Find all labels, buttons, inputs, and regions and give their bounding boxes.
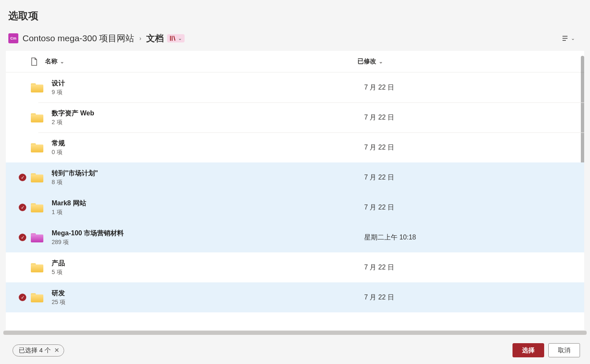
item-name-cell: 产品5 项 xyxy=(52,259,364,276)
item-name: 研发 xyxy=(52,289,364,298)
item-name: 常规 xyxy=(52,139,364,148)
chevron-right-icon: › xyxy=(139,35,141,42)
checkmark-icon: ✓ xyxy=(19,204,26,211)
selection-indicator[interactable]: ✓ xyxy=(14,174,31,181)
item-subtitle: 5 项 xyxy=(52,269,364,276)
item-modified: 7 月 22 日 xyxy=(364,173,394,182)
item-icon xyxy=(31,202,52,212)
chevron-down-icon: ⌄ xyxy=(571,35,575,41)
item-name-cell: 常规0 项 xyxy=(52,139,364,156)
chevron-down-icon: ⌄ xyxy=(60,59,64,65)
item-icon xyxy=(31,262,52,272)
item-subtitle: 9 项 xyxy=(52,89,364,96)
item-modified: 7 月 22 日 xyxy=(364,113,394,122)
file-list: 名称 ⌄ 已修改 ⌄ 设计9 项7 月 22 日数字资产 Web2 项7 月 2… xyxy=(6,51,584,330)
list-icon xyxy=(561,34,569,42)
checkmark-icon: ✓ xyxy=(19,294,26,301)
item-modified: 7 月 22 日 xyxy=(364,263,394,272)
library-picker[interactable]: ⌄ xyxy=(167,34,185,42)
item-name-cell: 数字资产 Web2 项 xyxy=(52,109,364,126)
clear-selection-button[interactable]: ✕ xyxy=(54,347,60,354)
column-header-name-label: 名称 xyxy=(45,57,58,65)
checkmark-icon: ✓ xyxy=(19,234,26,241)
site-icon: Cm xyxy=(8,33,18,43)
item-icon xyxy=(31,82,52,92)
item-name-cell: 转到"市场计划"8 项 xyxy=(52,169,364,186)
folder-icon xyxy=(31,202,43,212)
item-name: 产品 xyxy=(52,259,364,268)
list-item[interactable]: ✓转到"市场计划"8 项7 月 22 日 xyxy=(6,162,584,192)
item-name-cell: Mega-100 市场营销材料289 项 xyxy=(52,229,364,246)
select-button[interactable]: 选择 xyxy=(512,343,544,357)
cancel-button[interactable]: 取消 xyxy=(548,343,580,357)
column-header-name[interactable]: 名称 ⌄ xyxy=(45,57,358,65)
list-item[interactable]: 产品5 项7 月 22 日 xyxy=(6,252,584,282)
item-subtitle: 1 项 xyxy=(52,209,364,216)
dialog-title: 选取项 xyxy=(8,9,582,22)
dialog-footer: 已选择 4 个 ✕ 选择 取消 xyxy=(0,335,590,364)
folder-icon xyxy=(31,262,43,272)
item-name-cell: 设计9 项 xyxy=(52,79,364,96)
item-subtitle: 289 项 xyxy=(52,239,364,246)
item-name: Mega-100 市场营销材料 xyxy=(52,229,364,238)
item-name-cell: 研发25 项 xyxy=(52,289,364,306)
item-modified: 7 月 22 日 xyxy=(364,143,394,152)
scrollbar-horizontal[interactable] xyxy=(3,331,587,335)
breadcrumb-site[interactable]: Contoso mega-300 项目网站 xyxy=(22,32,134,44)
item-name: 转到"市场计划" xyxy=(52,169,364,178)
view-options-button[interactable]: ⌄ xyxy=(559,32,577,44)
item-icon xyxy=(31,232,52,242)
item-subtitle: 25 项 xyxy=(52,299,364,306)
chevron-down-icon: ⌄ xyxy=(178,35,182,41)
selection-count-label: 已选择 4 个 xyxy=(19,347,51,354)
selection-pill: 已选择 4 个 ✕ xyxy=(12,344,64,357)
document-icon xyxy=(31,57,45,66)
item-icon xyxy=(31,142,52,152)
folder-icon xyxy=(31,292,43,302)
folder-icon xyxy=(31,112,43,122)
item-name: Mark8 网站 xyxy=(52,199,364,208)
item-icon xyxy=(31,292,52,302)
item-modified: 星期二上午 10:18 xyxy=(364,233,416,242)
file-picker-dialog: 选取项 Cm Contoso mega-300 项目网站 › 文档 ⌄ ⌄ 名称… xyxy=(0,0,590,364)
dialog-header: 选取项 xyxy=(0,0,590,28)
folder-icon xyxy=(31,82,43,92)
item-name-cell: Mark8 网站1 项 xyxy=(52,199,364,216)
list-item[interactable]: ✓Mega-100 市场营销材料289 项星期二上午 10:18 xyxy=(6,222,584,252)
selection-indicator[interactable]: ✓ xyxy=(14,294,31,301)
library-icon xyxy=(170,35,176,42)
breadcrumb: Cm Contoso mega-300 项目网站 › 文档 ⌄ ⌄ xyxy=(0,28,590,51)
item-name: 设计 xyxy=(52,79,364,88)
list-item[interactable]: 常规0 项7 月 22 日 xyxy=(6,132,584,162)
item-icon xyxy=(31,112,52,122)
item-modified: 7 月 22 日 xyxy=(364,203,394,212)
item-name: 数字资产 Web xyxy=(52,109,364,118)
item-subtitle: 0 项 xyxy=(52,149,364,156)
folder-icon xyxy=(31,172,43,182)
selection-indicator[interactable]: ✓ xyxy=(14,204,31,211)
selection-indicator[interactable]: ✓ xyxy=(14,234,31,241)
column-header-modified[interactable]: 已修改 ⌄ xyxy=(358,57,383,65)
column-header-modified-label: 已修改 xyxy=(358,57,376,65)
list-item[interactable]: ✓研发25 项7 月 22 日 xyxy=(6,282,584,312)
checkmark-icon: ✓ xyxy=(19,174,26,181)
folder-icon xyxy=(31,142,43,152)
folder-icon xyxy=(31,232,43,242)
list-item[interactable]: ✓Mark8 网站1 项7 月 22 日 xyxy=(6,192,584,222)
list-item[interactable]: 数字资产 Web2 项7 月 22 日 xyxy=(6,102,584,132)
chevron-down-icon: ⌄ xyxy=(379,59,383,65)
item-modified: 7 月 22 日 xyxy=(364,83,394,92)
item-subtitle: 8 项 xyxy=(52,179,364,186)
list-item[interactable]: 设计9 项7 月 22 日 xyxy=(6,72,584,102)
item-icon xyxy=(31,172,52,182)
item-modified: 7 月 22 日 xyxy=(364,293,394,302)
item-subtitle: 2 项 xyxy=(52,119,364,126)
breadcrumb-current: 文档 xyxy=(146,32,164,44)
column-header-row: 名称 ⌄ 已修改 ⌄ xyxy=(6,51,584,72)
